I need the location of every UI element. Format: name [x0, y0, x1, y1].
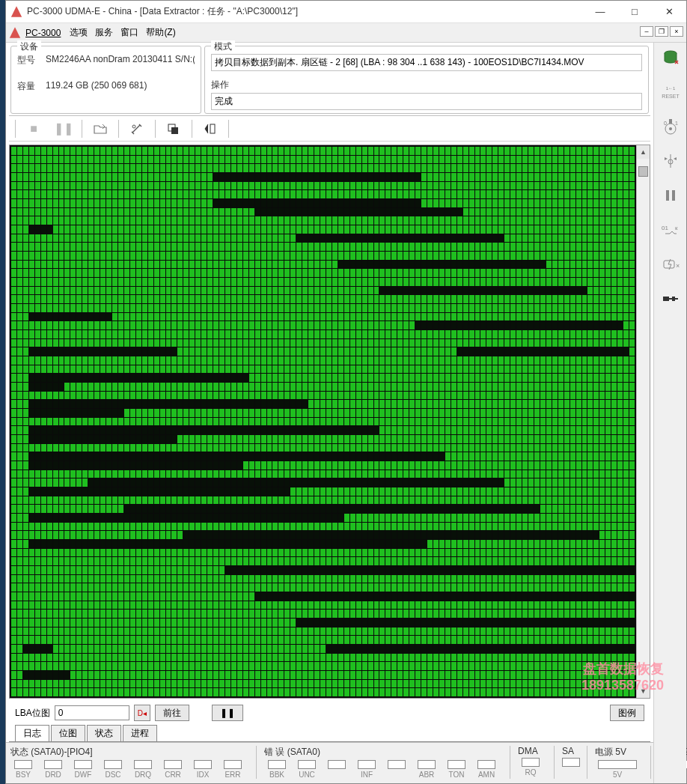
svg-rect-20	[663, 297, 669, 301]
tab-bitmap[interactable]: 位图	[51, 725, 85, 741]
menu-service[interactable]: 服务	[95, 26, 113, 39]
desktop-left-edge	[0, 0, 5, 784]
capacity-value: 119.24 GB (250 069 681)	[46, 80, 147, 93]
legend-button[interactable]: 图例	[610, 705, 644, 721]
exit-button[interactable]	[195, 118, 225, 140]
svg-text:к: к	[675, 225, 678, 231]
side-tool-db[interactable]	[660, 47, 681, 68]
toolbar-sep	[228, 120, 229, 138]
model-value: SM2246AA nonDram 20130411 S/N:(0	[46, 54, 195, 67]
capacity-label: 容量	[17, 80, 46, 93]
work-area: 设备 型号 SM2246AA nonDram 20130411 S/N:(0 容…	[6, 43, 653, 783]
menu-help[interactable]: 帮助(Z)	[146, 26, 175, 39]
app-icon-small	[9, 27, 21, 39]
led-label: BBK	[269, 771, 284, 779]
led-label: DRQ	[135, 771, 151, 779]
copy-icon	[167, 123, 180, 135]
menu-bar: PC-3000 选项 服务 窗口 帮助(Z) – ❐ ×	[6, 23, 686, 43]
goto-button[interactable]: 前往	[155, 705, 189, 721]
power5-led: 5V	[613, 771, 622, 779]
operation-value: 完成	[211, 93, 642, 110]
led-label: DSC	[105, 771, 120, 779]
copy-button[interactable]	[159, 118, 189, 140]
led-label: DWF	[75, 771, 92, 779]
app-icon	[10, 6, 22, 18]
dma-led: RQ	[525, 768, 537, 777]
toolbar-sep	[192, 120, 192, 138]
svg-rect-7	[669, 119, 672, 124]
map-scrollbar[interactable]: ▲ ▼	[636, 145, 650, 698]
power5-label: 电源 5V	[595, 746, 640, 759]
toolbar-sep	[155, 120, 156, 138]
toolbar-sep	[118, 120, 119, 138]
minimize-button[interactable]: —	[583, 1, 617, 23]
tools-icon	[130, 123, 144, 135]
title-bar[interactable]: PC-3000 UDMA-E - China - [Data Extractor…	[6, 1, 686, 23]
device-group: 设备 型号 SM2246AA nonDram 20130411 S/N:(0 容…	[10, 46, 201, 114]
lba-mode-button[interactable]: D◂	[134, 705, 150, 721]
side-tool-spindle[interactable]: 01	[660, 116, 681, 137]
lba-label: LBA位图	[15, 707, 50, 720]
tab-log[interactable]: 日志	[15, 725, 49, 741]
body-area: 设备 型号 SM2246AA nonDram 20130411 S/N:(0 容…	[6, 43, 686, 783]
settings-button[interactable]	[122, 118, 152, 140]
state-label: 状态 (SATA0)-[PIO4]	[10, 746, 245, 759]
svg-point-0	[132, 125, 135, 128]
mdi-minimize[interactable]: –	[640, 26, 653, 37]
sa-section: SA	[554, 746, 576, 779]
operation-label: 操作	[211, 79, 239, 91]
side-tool-seek[interactable]	[660, 151, 681, 171]
tab-status[interactable]: 状态	[87, 725, 121, 741]
maximize-button[interactable]: □	[617, 1, 652, 23]
led-label: BSY	[16, 771, 31, 779]
dma-section: DMA RQ	[510, 746, 543, 779]
side-tool-config[interactable]	[660, 288, 681, 309]
error-label: 错 误 (SATA0)	[264, 746, 499, 759]
svg-text:0: 0	[664, 121, 667, 126]
stop-button[interactable]: ■	[19, 118, 49, 140]
side-tool-step[interactable]: 01к	[660, 219, 681, 240]
led-label: ABR	[419, 771, 435, 779]
sector-map[interactable]	[10, 145, 636, 698]
device-group-title: 设备	[17, 40, 41, 53]
side-toolbox: 1←1RESET 01 01к ×	[653, 43, 686, 783]
mode-text: 拷贝目标数据到副本. 扇区链 - 2 [68] (LBA : 98 304 ..…	[211, 54, 642, 71]
dma-label: DMA	[518, 746, 543, 756]
brand-menu[interactable]: PC-3000	[25, 28, 61, 38]
svg-text:01: 01	[662, 225, 668, 231]
svg-point-9	[669, 127, 672, 130]
folder-icon	[94, 123, 107, 135]
menu-window[interactable]: 窗口	[120, 26, 138, 39]
lba-input[interactable]	[55, 705, 129, 720]
toolbar: ■ ❚❚	[9, 116, 650, 142]
pause-icon	[664, 189, 677, 202]
mdi-restore[interactable]: ❐	[655, 26, 668, 37]
scroll-down-button[interactable]: ▼	[637, 684, 650, 698]
svg-text:×: ×	[676, 262, 680, 270]
open-button[interactable]	[85, 118, 115, 140]
scroll-thumb[interactable]	[638, 166, 648, 177]
side-tool-power[interactable]: ×	[660, 254, 681, 275]
lba-bar: LBA位图 D◂ 前往 ❚❚ 图例	[9, 702, 650, 724]
side-tool-pause[interactable]	[660, 185, 681, 206]
close-button[interactable]: ✕	[652, 1, 686, 23]
led-label: AMN	[478, 771, 495, 779]
pause-button[interactable]: ❚❚	[49, 118, 79, 140]
reset-icon: 1←1RESET	[662, 85, 680, 100]
svg-rect-14	[666, 190, 669, 201]
tab-row: 日志 位图 状态 进程	[9, 724, 650, 742]
mdi-close[interactable]: ×	[670, 26, 683, 37]
status-bar: 状态 (SATA0)-[PIO4] BSYDRDDWFDSCDRQCRRIDXE…	[6, 742, 653, 783]
scroll-up-button[interactable]: ▲	[637, 145, 650, 159]
side-tool-reset[interactable]: 1←1RESET	[660, 82, 681, 103]
config-icon	[662, 294, 680, 304]
mdi-controls: – ❐ ×	[640, 26, 683, 37]
menu-options[interactable]: 选项	[70, 26, 88, 39]
tab-process[interactable]: 进程	[123, 725, 157, 741]
sa-label: SA	[562, 746, 576, 756]
svg-rect-3	[210, 124, 215, 133]
lba-pause-button[interactable]: ❚❚	[212, 705, 243, 721]
svg-rect-15	[672, 190, 675, 201]
state-section: 状态 (SATA0)-[PIO4] BSYDRDDWFDSCDRQCRRIDXE…	[10, 746, 245, 779]
svg-text:1←1: 1←1	[665, 86, 675, 91]
